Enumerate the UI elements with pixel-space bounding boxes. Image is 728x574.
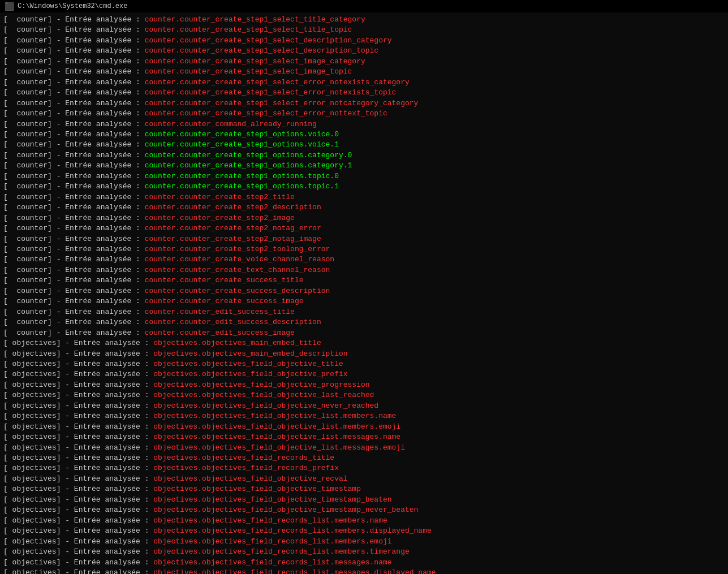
- terminal-line: [ counter] - Entrée analysée : counter.c…: [3, 130, 725, 140]
- module-name: objectives: [8, 359, 57, 369]
- bracket-close: ]: [57, 463, 61, 473]
- bracket-close: ]: [57, 505, 61, 515]
- line-separator: - Entrée analysée :: [61, 526, 153, 536]
- bracket-open: [: [3, 307, 8, 317]
- module-name: objectives: [8, 338, 57, 348]
- bracket-open: [: [3, 317, 8, 327]
- bracket-close: ]: [48, 140, 52, 150]
- line-separator: - Entrée analysée :: [52, 244, 145, 254]
- bracket-close: ]: [57, 443, 61, 453]
- bracket-open: [: [3, 161, 8, 171]
- bracket-open: [: [3, 244, 8, 254]
- bracket-open: [: [3, 453, 8, 463]
- entry-key: counter.counter_edit_success_title: [145, 307, 295, 317]
- line-separator: - Entrée analysée :: [52, 46, 145, 56]
- module-name: counter: [8, 57, 48, 67]
- bracket-close: ]: [57, 432, 61, 442]
- bracket-open: [: [3, 505, 8, 515]
- title-bar-text: C:\Windows\System32\cmd.exe: [18, 2, 127, 10]
- module-name: objectives: [8, 463, 57, 473]
- entry-key: counter.counter_create_step1_options.voi…: [145, 140, 339, 150]
- bracket-open: [: [3, 254, 8, 265]
- entry-key: objectives.objectives_field_objective_re…: [153, 474, 347, 484]
- line-separator: - Entrée analysée :: [61, 380, 153, 390]
- entry-key: counter.counter_create_step1_select_desc…: [145, 36, 392, 46]
- module-name: objectives: [8, 369, 57, 379]
- bracket-open: [: [3, 328, 8, 338]
- bracket-close: ]: [48, 202, 52, 213]
- bracket-open: [: [3, 119, 8, 130]
- terminal-line: [ objectives] - Entrée analysée : object…: [3, 495, 725, 505]
- module-name: objectives: [8, 495, 57, 505]
- bracket-close: ]: [48, 46, 52, 56]
- bracket-open: [: [3, 369, 8, 379]
- bracket-open: [: [3, 88, 8, 98]
- module-name: counter: [8, 88, 48, 98]
- bracket-close: ]: [48, 67, 52, 77]
- line-separator: - Entrée analysée :: [52, 182, 145, 192]
- terminal-line: [ counter] - Entrée analysée : counter.c…: [3, 223, 725, 234]
- terminal-line: [ counter] - Entrée analysée : counter.c…: [3, 25, 725, 35]
- terminal-line: [ counter] - Entrée analysée : counter.c…: [3, 254, 725, 265]
- line-separator: - Entrée analysée :: [61, 453, 153, 463]
- bracket-close: ]: [48, 286, 52, 296]
- terminal-line: [ objectives] - Entrée analysée : object…: [3, 432, 725, 442]
- module-name: objectives: [8, 526, 57, 536]
- bracket-close: ]: [48, 36, 52, 46]
- bracket-open: [: [3, 67, 8, 77]
- bracket-close: ]: [48, 88, 52, 98]
- terminal-line: [ objectives] - Entrée analysée : object…: [3, 422, 725, 432]
- entry-key: objectives.objectives_field_records_list…: [153, 547, 409, 557]
- module-name: objectives: [8, 432, 57, 442]
- bracket-close: ]: [57, 568, 61, 574]
- bracket-close: ]: [48, 182, 52, 192]
- module-name: counter: [8, 317, 48, 327]
- bracket-open: [: [3, 25, 8, 35]
- terminal-line: [ objectives] - Entrée analysée : object…: [3, 568, 725, 574]
- terminal-line: [ objectives] - Entrée analysée : object…: [3, 411, 725, 421]
- bracket-close: ]: [57, 338, 61, 348]
- entry-key: objectives.objectives_field_objective_li…: [153, 443, 405, 453]
- line-separator: - Entrée analysée :: [61, 558, 153, 568]
- line-separator: - Entrée analysée :: [52, 254, 145, 265]
- entry-key: objectives.objectives_field_objective_li…: [153, 411, 396, 421]
- entry-key: objectives.objectives_field_objective_pr…: [153, 369, 347, 379]
- module-name: objectives: [8, 516, 57, 526]
- module-name: objectives: [8, 474, 57, 484]
- bracket-open: [: [3, 57, 8, 67]
- entry-key: counter.counter_create_success_descripti…: [145, 286, 330, 296]
- module-name: counter: [8, 213, 48, 223]
- terminal-line: [ objectives] - Entrée analysée : object…: [3, 390, 725, 400]
- terminal-line: [ counter] - Entrée analysée : counter.c…: [3, 296, 725, 307]
- bracket-close: ]: [48, 119, 52, 130]
- entry-key: counter.counter_create_step2_image: [145, 213, 295, 223]
- line-separator: - Entrée analysée :: [52, 57, 145, 67]
- bracket-open: [: [3, 130, 8, 140]
- title-bar: ⬛ C:\Windows\System32\cmd.exe: [0, 0, 728, 12]
- line-separator: - Entrée analysée :: [52, 161, 145, 171]
- line-separator: - Entrée analysée :: [61, 484, 153, 494]
- bracket-close: ]: [48, 109, 52, 119]
- bracket-close: ]: [57, 411, 61, 421]
- bracket-open: [: [3, 380, 8, 390]
- bracket-close: ]: [57, 484, 61, 494]
- bracket-close: ]: [57, 516, 61, 526]
- module-name: counter: [8, 244, 48, 254]
- bracket-close: ]: [57, 537, 61, 547]
- bracket-open: [: [3, 36, 8, 46]
- line-separator: - Entrée analysée :: [52, 171, 145, 182]
- line-separator: - Entrée analysée :: [52, 307, 145, 317]
- bracket-open: [: [3, 558, 8, 568]
- bracket-close: ]: [48, 254, 52, 265]
- line-separator: - Entrée analysée :: [61, 432, 153, 442]
- bracket-open: [: [3, 474, 8, 484]
- module-name: objectives: [8, 547, 57, 557]
- module-name: counter: [8, 296, 48, 307]
- bracket-close: ]: [48, 15, 52, 25]
- module-name: objectives: [8, 443, 57, 453]
- entry-key: objectives.objectives_field_records_list…: [153, 568, 436, 574]
- terminal-line: [ counter] - Entrée analysée : counter.c…: [3, 67, 725, 77]
- bracket-close: ]: [48, 275, 52, 286]
- module-name: counter: [8, 150, 48, 161]
- bracket-open: [: [3, 192, 8, 202]
